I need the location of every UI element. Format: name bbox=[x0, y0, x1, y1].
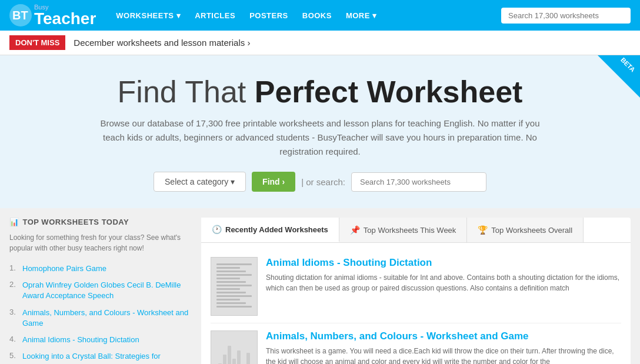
worksheet-title[interactable]: Animals, Numbers, and Colours - Workshee… bbox=[266, 330, 621, 342]
worksheet-info: Animal Idioms - Shouting Dictation Shout… bbox=[266, 257, 621, 316]
worksheet-chart-thumb bbox=[216, 342, 252, 364]
worksheets-nav[interactable]: WORKSHEETS ▾ bbox=[110, 8, 186, 24]
pin-icon: 📌 bbox=[350, 225, 360, 235]
svg-text:BT: BT bbox=[12, 9, 28, 22]
recently-added-tab[interactable]: 🕐 Recently Added Worksheets bbox=[201, 218, 339, 242]
tab-label: Top Worksheets This Week bbox=[364, 226, 456, 235]
sidebar-title: 📊 TOP WORKSHEETS TODAY bbox=[9, 218, 192, 226]
hero-search-area bbox=[351, 172, 486, 192]
tab-label: Top Worksheets Overall bbox=[491, 226, 572, 235]
worksheet-title[interactable]: Animal Idioms - Shouting Dictation bbox=[266, 257, 621, 269]
top-overall-tab[interactable]: 🏆 Top Worksheets Overall bbox=[467, 218, 584, 242]
hero-title-bold: Perfect Worksheet bbox=[255, 75, 523, 109]
worksheet-info: Animals, Numbers, and Colours - Workshee… bbox=[266, 330, 621, 364]
top-week-tab[interactable]: 📌 Top Worksheets This Week bbox=[339, 218, 468, 242]
list-num: 4. bbox=[9, 335, 19, 345]
bar bbox=[228, 346, 231, 364]
list-link[interactable]: Animal Idioms - Shouting Dictation bbox=[22, 335, 139, 345]
worksheet-description: This worksheet is a game. You will need … bbox=[266, 346, 621, 364]
sidebar: 📊 TOP WORKSHEETS TODAY Looking for somet… bbox=[9, 218, 192, 364]
worksheet-thumbnail bbox=[211, 257, 258, 316]
list-link[interactable]: Looking into a Crystal Ball: Strategies … bbox=[22, 351, 192, 364]
list-item: 2. Oprah Winfrey Golden Globes Cecil B. … bbox=[9, 277, 192, 304]
tab-label: Recently Added Worksheets bbox=[225, 225, 328, 234]
tabs: 🕐 Recently Added Worksheets 📌 Top Worksh… bbox=[201, 218, 631, 243]
list-num: 3. bbox=[9, 308, 19, 329]
more-nav[interactable]: MORE ▾ bbox=[340, 8, 383, 24]
main-layout: 📊 TOP WORKSHEETS TODAY Looking for somet… bbox=[0, 208, 640, 364]
sidebar-list: 1. Homophone Pairs Game 2. Oprah Winfrey… bbox=[9, 261, 192, 364]
or-search-label: | or search: bbox=[301, 177, 345, 187]
list-item: 3. Animals, Numbers, and Colours - Works… bbox=[9, 305, 192, 332]
logo-icon: BT bbox=[9, 4, 32, 26]
table-row: Animal Idioms - Shouting Dictation Shout… bbox=[211, 250, 621, 323]
category-select-button[interactable]: Select a category ▾ bbox=[154, 172, 246, 192]
list-num: 2. bbox=[9, 280, 19, 301]
worksheet-list: Animal Idioms - Shouting Dictation Shout… bbox=[201, 243, 631, 364]
logo-teacher: Teacher bbox=[34, 11, 96, 27]
banner: DON'T MISS December worksheets and lesso… bbox=[0, 31, 640, 55]
navbar: BT Busy Teacher WORKSHEETS ▾ ARTICLES PO… bbox=[0, 0, 640, 31]
books-nav[interactable]: BOOKS bbox=[296, 8, 338, 24]
hero-description: Browse our database of 17,300 free print… bbox=[91, 116, 549, 159]
nav-search-area bbox=[501, 8, 631, 24]
clock-icon: 🕐 bbox=[212, 225, 222, 234]
bar bbox=[237, 350, 241, 364]
list-num: 5. bbox=[9, 351, 19, 364]
bar bbox=[232, 359, 236, 364]
list-link[interactable]: Animals, Numbers, and Colours - Workshee… bbox=[22, 308, 192, 329]
hero-section: BETA Find That Perfect Worksheet Browse … bbox=[0, 55, 640, 208]
chart-icon: 📊 bbox=[9, 218, 19, 226]
list-link[interactable]: Homophone Pairs Game bbox=[22, 263, 106, 274]
posters-nav[interactable]: POSTERS bbox=[244, 8, 294, 24]
list-link[interactable]: Oprah Winfrey Golden Globes Cecil B. DeM… bbox=[22, 280, 192, 301]
bar bbox=[223, 355, 226, 364]
nav-search-input[interactable] bbox=[501, 8, 631, 24]
articles-nav[interactable]: ARTICLES bbox=[189, 8, 241, 24]
trophy-icon: 🏆 bbox=[478, 225, 488, 235]
banner-text[interactable]: December worksheets and lesson materials… bbox=[74, 38, 250, 48]
worksheet-description: Shouting dictation for animal idioms - s… bbox=[266, 272, 621, 293]
logo[interactable]: BT Busy Teacher bbox=[9, 4, 96, 27]
list-item: 4. Animal Idioms - Shouting Dictation bbox=[9, 332, 192, 348]
content-area: 🕐 Recently Added Worksheets 📌 Top Worksh… bbox=[201, 218, 631, 364]
nav-links: WORKSHEETS ▾ ARTICLES POSTERS BOOKS MORE… bbox=[110, 8, 501, 24]
list-item: 5. Looking into a Crystal Ball: Strategi… bbox=[9, 348, 192, 364]
bar bbox=[246, 353, 250, 364]
hero-title-light: Find That bbox=[118, 75, 255, 109]
find-button[interactable]: Find › bbox=[252, 172, 295, 192]
worksheet-thumbnail bbox=[211, 330, 258, 364]
hero-search-input[interactable] bbox=[351, 172, 486, 192]
hero-title: Find That Perfect Worksheet bbox=[47, 74, 593, 109]
dont-miss-badge: DON'T MISS bbox=[9, 35, 65, 50]
beta-corner: BETA bbox=[598, 55, 640, 98]
list-num: 1. bbox=[9, 263, 19, 274]
sidebar-description: Looking for something fresh for your cla… bbox=[9, 232, 192, 253]
table-row: Animals, Numbers, and Colours - Workshee… bbox=[211, 323, 621, 364]
list-item: 1. Homophone Pairs Game bbox=[9, 261, 192, 277]
hero-controls: Select a category ▾ Find › | or search: bbox=[47, 172, 593, 192]
